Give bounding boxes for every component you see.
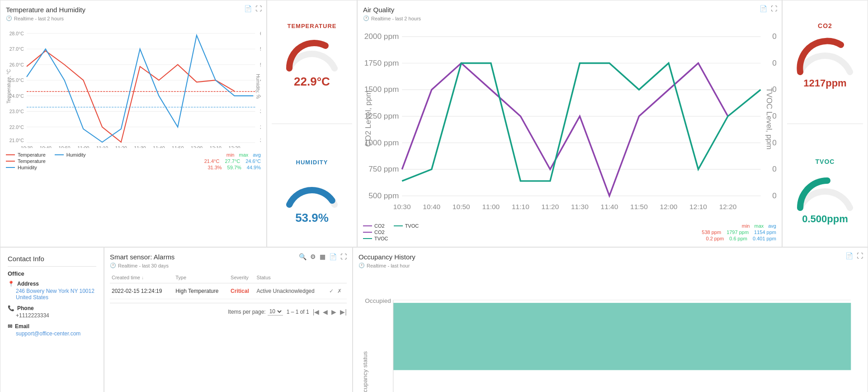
svg-text:12:00: 12:00 bbox=[660, 203, 678, 210]
sort-icon[interactable]: ↓ bbox=[142, 275, 144, 280]
pagination-last-btn[interactable]: ▶| bbox=[340, 308, 347, 316]
air-quality-chart: 2000 ppm 1750 ppm 1500 ppm 1250 ppm 1000… bbox=[363, 25, 776, 221]
svg-text:2000 ppm: 2000 ppm bbox=[364, 32, 399, 41]
svg-text:10:40: 10:40 bbox=[40, 146, 52, 148]
svg-text:30.8%: 30.8% bbox=[260, 138, 261, 143]
occupancy-title: Occupancy History bbox=[359, 253, 862, 261]
alarms-table: Created time ↓ Type Severity Status 2022… bbox=[110, 272, 347, 299]
svg-text:TVOC Level, ppm: TVOC Level, ppm bbox=[765, 87, 774, 149]
air-quality-subtitle: 🕐 Realtime - last 2 hours bbox=[363, 15, 776, 21]
svg-text:11:30: 11:30 bbox=[571, 203, 589, 210]
svg-text:60.3%: 60.3% bbox=[260, 31, 261, 36]
alarms-columns-icon[interactable]: ▦ bbox=[320, 253, 326, 260]
contact-address-field: 📍 Address 246 Bowery New York NY 10012 U… bbox=[8, 281, 96, 301]
contact-separator bbox=[8, 266, 96, 267]
alarms-toolbar[interactable]: 🔍 ⚙ ▦ 📄 ⛶ bbox=[299, 253, 347, 260]
svg-text:0.61 ppm: 0.61 ppm bbox=[772, 32, 776, 41]
aq-stats-header: min max avg bbox=[742, 223, 776, 229]
occupancy-actions: 📄 ⛶ bbox=[845, 252, 863, 259]
svg-text:12:10: 12:10 bbox=[210, 146, 222, 148]
pagination-next-btn[interactable]: ▶ bbox=[331, 308, 336, 316]
svg-text:10:30: 10:30 bbox=[21, 146, 33, 148]
contact-title: Contact Info bbox=[8, 255, 96, 263]
humidity-gauge-title: HUMIDITY bbox=[296, 159, 328, 166]
pagination-first-btn[interactable]: |◀ bbox=[313, 308, 320, 316]
co2-legend-item: CO2 bbox=[363, 223, 385, 229]
alarms-filter-icon[interactable]: ⚙ bbox=[310, 253, 316, 260]
stats-avg-label: avg bbox=[253, 152, 261, 158]
temperature-gauge-value: 22.9°C bbox=[294, 75, 330, 89]
alarm-type: High Temperature bbox=[174, 283, 229, 299]
occupancy-bar bbox=[393, 303, 851, 370]
col-severity: Severity bbox=[229, 272, 255, 283]
alarm-time: 2022-02-15 12:24:19 bbox=[110, 283, 174, 299]
svg-text:11:40: 11:40 bbox=[153, 146, 165, 148]
svg-text:11:50: 11:50 bbox=[172, 146, 184, 148]
aq-download-icon[interactable]: 📄 bbox=[760, 5, 767, 12]
co2-metric-value: 1217ppm bbox=[803, 77, 846, 89]
alarm-row-actions[interactable]: ✓ ✗ bbox=[327, 283, 347, 299]
temp-legend-item: Temperature bbox=[6, 152, 46, 158]
alarms-panel: Smart sensor: Alarms 🕐 Realtime - last 3… bbox=[104, 247, 353, 392]
alarms-clock-icon: 🕐 bbox=[110, 263, 116, 268]
occ-download-icon[interactable]: 📄 bbox=[845, 252, 853, 259]
temperature-gauge-title: TEMPERATURE bbox=[288, 23, 337, 29]
temp-humidity-panel: Temperature and Humidity 🕐 Realtime - la… bbox=[0, 0, 267, 247]
svg-text:0.54 ppm: 0.54 ppm bbox=[772, 58, 776, 67]
contact-phone-label: 📞 Phone bbox=[8, 305, 96, 311]
contact-panel: Contact Info Office 📍 Address 246 Bowery… bbox=[0, 247, 104, 392]
svg-text:39.2%: 39.2% bbox=[260, 109, 261, 114]
temp-stats-row: Temperature 21.4°C 27.7°C 24.6°C bbox=[6, 158, 261, 164]
alarms-header-left: Smart sensor: Alarms 🕐 Realtime - last 3… bbox=[110, 253, 175, 272]
contact-email-value: support@office-center.com bbox=[16, 330, 96, 337]
temp-humidity-legend: Temperature Humidity min max avg bbox=[6, 152, 261, 158]
col-type: Type bbox=[174, 272, 229, 283]
svg-text:Temperature, °C: Temperature, °C bbox=[6, 69, 11, 104]
co2-metric-title: CO2 bbox=[818, 22, 832, 29]
alarm-acknowledge-icon[interactable]: ✓ bbox=[329, 288, 334, 294]
aq-clock-icon: 🕐 bbox=[363, 15, 369, 21]
occ-clock-icon: 🕐 bbox=[359, 263, 365, 268]
svg-text:10:40: 10:40 bbox=[423, 203, 440, 210]
alarm-action-buttons[interactable]: ✓ ✗ bbox=[329, 288, 345, 294]
humidity-stats: Humidity bbox=[6, 165, 37, 170]
svg-text:27.0°C: 27.0°C bbox=[9, 47, 24, 52]
svg-text:Occupancy status: Occupancy status bbox=[362, 351, 368, 392]
temp-humidity-chart: 28.0°C 27.0°C 26.0°C 25.0°C 24.0°C 23.0°… bbox=[6, 25, 261, 149]
air-quality-title: Air Quality bbox=[363, 6, 776, 14]
svg-text:CO2 Level, ppm: CO2 Level, ppm bbox=[363, 91, 373, 147]
occ-expand-icon[interactable]: ⛶ bbox=[857, 252, 863, 259]
svg-text:12:20: 12:20 bbox=[228, 146, 240, 148]
temperature-gauge-svg bbox=[283, 32, 341, 73]
contact-office-section: Office 📍 Address 246 Bowery New York NY … bbox=[8, 270, 96, 337]
svg-text:10:50: 10:50 bbox=[58, 146, 70, 148]
alarms-search-icon[interactable]: 🔍 bbox=[299, 253, 307, 260]
air-quality-actions: 📄 ⛶ bbox=[760, 5, 777, 12]
download-icon[interactable]: 📄 bbox=[244, 5, 252, 12]
alarms-footer-separator bbox=[110, 303, 347, 303]
alarms-expand-icon[interactable]: ⛶ bbox=[340, 253, 347, 260]
svg-text:28.0°C: 28.0°C bbox=[9, 31, 24, 36]
per-page-select[interactable]: 10 25 50 bbox=[268, 308, 283, 316]
alarms-download-icon[interactable]: 📄 bbox=[329, 253, 337, 260]
stats-avg-text: avg bbox=[253, 152, 261, 158]
contact-phone-field: 📞 Phone +1112223334 bbox=[8, 305, 96, 319]
expand-icon[interactable]: ⛶ bbox=[255, 5, 262, 12]
stats-min-label: min bbox=[226, 152, 235, 158]
tvoc-metric-value: 0.500ppm bbox=[802, 213, 848, 225]
temp-stats: Temperature bbox=[6, 158, 46, 164]
co2-legend-line bbox=[363, 225, 372, 226]
pagination-range: 1 – 1 of 1 bbox=[287, 309, 309, 315]
aq-expand-icon[interactable]: ⛶ bbox=[771, 5, 777, 12]
stats-max-label: max bbox=[239, 152, 248, 158]
temp-legend-label: Temperature bbox=[18, 152, 46, 158]
temp-humidity-subtitle: 🕐 Realtime - last 2 hours bbox=[6, 15, 261, 21]
pagination-prev-btn[interactable]: ◀ bbox=[323, 308, 328, 316]
gauge-panel: TEMPERATURE 22.9°C HUMIDITY 53.9% bbox=[267, 0, 357, 247]
svg-text:Humidity, %: Humidity, % bbox=[255, 74, 260, 99]
svg-text:56.1%: 56.1% bbox=[260, 47, 261, 52]
contact-phone-value: +1112223334 bbox=[16, 312, 96, 319]
svg-text:21.0°C: 21.0°C bbox=[9, 138, 24, 143]
alarm-dismiss-icon[interactable]: ✗ bbox=[337, 288, 342, 294]
svg-text:11:10: 11:10 bbox=[96, 146, 108, 148]
